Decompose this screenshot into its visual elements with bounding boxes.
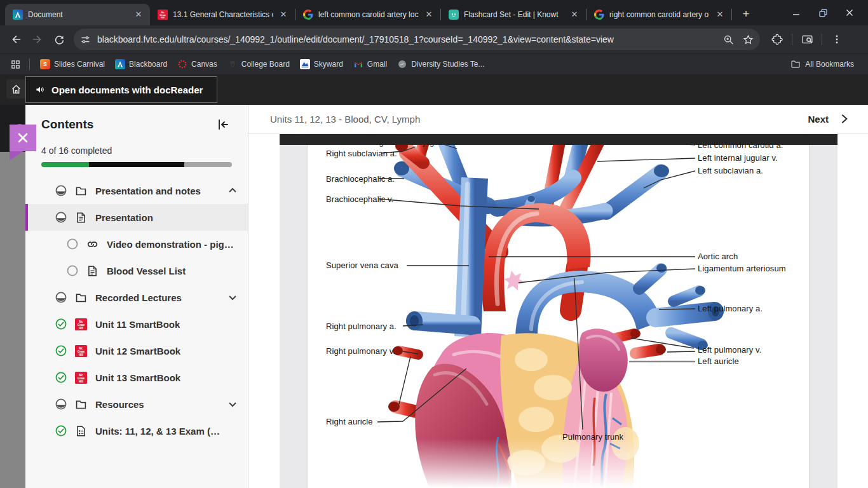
- diagram-label-right: Left auricle: [698, 356, 739, 366]
- status-icon: [55, 212, 67, 223]
- browser-tab[interactable]: Document✕: [5, 4, 150, 25]
- svg-text:Hill: Hill: [79, 353, 83, 356]
- svg-text:S: S: [43, 61, 47, 67]
- progress-completed-segment: [41, 162, 89, 167]
- all-bookmarks-button[interactable]: All Bookmarks: [790, 59, 862, 69]
- sidebar-item-label: Unit 11 SmartBook: [95, 319, 180, 330]
- tab-close-icon[interactable]: ✕: [133, 10, 144, 20]
- tab-close-icon[interactable]: ✕: [424, 10, 434, 20]
- viewer-right-gutter: [837, 134, 868, 488]
- knowt-favicon: [449, 10, 459, 20]
- contents-sidebar: Contents 4 of 16 completed Presentation …: [25, 105, 248, 488]
- collapse-panel-icon[interactable]: [216, 118, 230, 132]
- minimize-window-icon[interactable]: [784, 3, 808, 22]
- chevron-icon[interactable]: [227, 399, 238, 409]
- sidebar-item-label: Units: 11, 12, & 13 Exam (Bloo...: [95, 426, 222, 437]
- sidebar-item[interactable]: Recorded Lectures: [25, 284, 248, 311]
- bookmark-canvas[interactable]: Canvas: [172, 57, 222, 72]
- progress-text: 4 of 16 completed: [25, 137, 248, 156]
- document-panel: Units 11, 12, 13 - Blood, CV, Lymph Next: [248, 105, 868, 488]
- browser-tab[interactable]: McGrawHill13.1 General Characteristics o…: [150, 4, 295, 25]
- side-panel-search-icon[interactable]: [796, 29, 818, 50]
- bookmark-diversity[interactable]: Diversity Studies Te...: [392, 57, 489, 72]
- bookmark-gmail[interactable]: Gmail: [348, 57, 392, 72]
- google-favicon: [303, 10, 313, 20]
- panel-close-button[interactable]: [10, 125, 36, 151]
- reload-icon[interactable]: [48, 29, 70, 50]
- collegeboard-icon: [227, 59, 238, 69]
- new-tab-button[interactable]: +: [737, 5, 755, 23]
- home-icon[interactable]: [6, 79, 25, 98]
- docreader-button[interactable]: Open documents with docReader: [25, 76, 217, 103]
- diagram-label-right: Left subclavian a.: [698, 166, 763, 175]
- back-icon[interactable]: [5, 29, 27, 50]
- next-button[interactable]: Next: [801, 110, 855, 128]
- sidebar-item-label: Resources: [95, 399, 144, 410]
- status-icon: [67, 238, 78, 250]
- diagram-label-right: Left pulmonary v.: [698, 345, 761, 355]
- status-icon: [55, 345, 67, 356]
- sidebar-item-label: Video demonstration - pig h...: [107, 239, 234, 250]
- bookmark-blackboard[interactable]: Blackboard: [110, 57, 172, 72]
- item-type-icon: [75, 425, 87, 437]
- status-icon: [55, 185, 67, 196]
- bookmark-slidescarnival[interactable]: SSlides Carnival: [35, 57, 110, 72]
- close-window-icon[interactable]: [837, 3, 862, 22]
- sidebar-item[interactable]: Resources: [25, 391, 248, 417]
- diagram-label-left: Brachiocephalic a.: [326, 174, 395, 184]
- bookmark-skyward[interactable]: Skyward: [295, 57, 348, 72]
- bookmark-star-icon[interactable]: [743, 34, 754, 45]
- window-controls: [784, 0, 868, 25]
- sidebar-item[interactable]: Presentation: [25, 204, 248, 231]
- status-icon: [55, 318, 67, 330]
- site-settings-icon[interactable]: [80, 34, 91, 45]
- diagram-label-clipped: Right internal jugular v.: [371, 145, 457, 147]
- document-title: Units 11, 12, 13 - Blood, CV, Lymph: [270, 114, 801, 125]
- diagram-label-left: Superior vena cava: [326, 261, 398, 270]
- base-nav-dimmed-strip: [0, 105, 25, 488]
- tab-close-icon[interactable]: ✕: [715, 10, 725, 20]
- sidebar-item[interactable]: Presentation and notes: [25, 177, 248, 204]
- sidebar-item[interactable]: McGrawHill Unit 11 SmartBook: [25, 311, 248, 337]
- extensions-icon[interactable]: [766, 29, 788, 50]
- tab-close-icon[interactable]: ✕: [278, 10, 288, 20]
- restore-window-icon[interactable]: [811, 3, 835, 22]
- sidebar-item[interactable]: Video demonstration - pig h...: [25, 231, 248, 257]
- tab-title: right common carotid artery o: [609, 10, 710, 19]
- progress-remaining-segment: [184, 162, 232, 167]
- browser-tab[interactable]: left common carotid artery loc✕: [295, 4, 440, 25]
- forward-icon[interactable]: [27, 29, 48, 50]
- chevron-icon[interactable]: [227, 292, 238, 302]
- sidebar-item[interactable]: McGrawHill Unit 12 SmartBook: [25, 337, 248, 364]
- sidebar-item[interactable]: Blood Vessel List: [25, 257, 248, 284]
- address-bar[interactable]: blackboard.fvtc.edu/ultra/courses/_14099…: [74, 29, 760, 50]
- progress-bar: [41, 162, 232, 167]
- sidebar-item-label: Unit 13 SmartBook: [95, 372, 180, 383]
- tab-title: 13.1 General Characteristics o: [173, 10, 273, 19]
- blackboard-favicon: [13, 10, 23, 20]
- apps-grid-icon[interactable]: [6, 55, 24, 73]
- sidebar-item-label: Blood Vessel List: [107, 266, 186, 276]
- item-type-icon: [75, 185, 87, 197]
- sidebar-item-label: Presentation and notes: [95, 186, 201, 196]
- sidebar-item[interactable]: Units: 11, 12, & 13 Exam (Bloo...: [25, 417, 248, 444]
- chevron-icon[interactable]: [227, 186, 238, 196]
- browser-tab[interactable]: right common carotid artery o✕: [587, 4, 731, 25]
- item-type-icon: [75, 212, 87, 224]
- menu-dots-icon[interactable]: [826, 29, 848, 50]
- sidebar-item[interactable]: McGrawHill Unit 13 SmartBook: [25, 364, 248, 391]
- progress-started-segment: [89, 162, 184, 167]
- svg-text:Graw: Graw: [78, 323, 85, 326]
- status-icon: [67, 265, 78, 276]
- browser-tab[interactable]: Flashcard Set - Edit | Knowt✕: [441, 4, 586, 25]
- status-icon: [55, 425, 67, 437]
- page-top-banner: Open documents with docReader: [0, 74, 868, 105]
- bookmark-collegeboard[interactable]: College Board: [222, 57, 295, 72]
- sidebar-item-label: Unit 12 SmartBook: [95, 346, 180, 356]
- tab-title: Document: [28, 10, 128, 19]
- sidebar-title: Contents: [41, 118, 93, 132]
- sidebar-item-label: Recorded Lectures: [95, 292, 182, 303]
- tab-close-icon[interactable]: ✕: [569, 10, 580, 20]
- contents-list: Presentation and notes Presentation Vide…: [25, 177, 248, 444]
- zoom-page-icon[interactable]: [723, 34, 734, 45]
